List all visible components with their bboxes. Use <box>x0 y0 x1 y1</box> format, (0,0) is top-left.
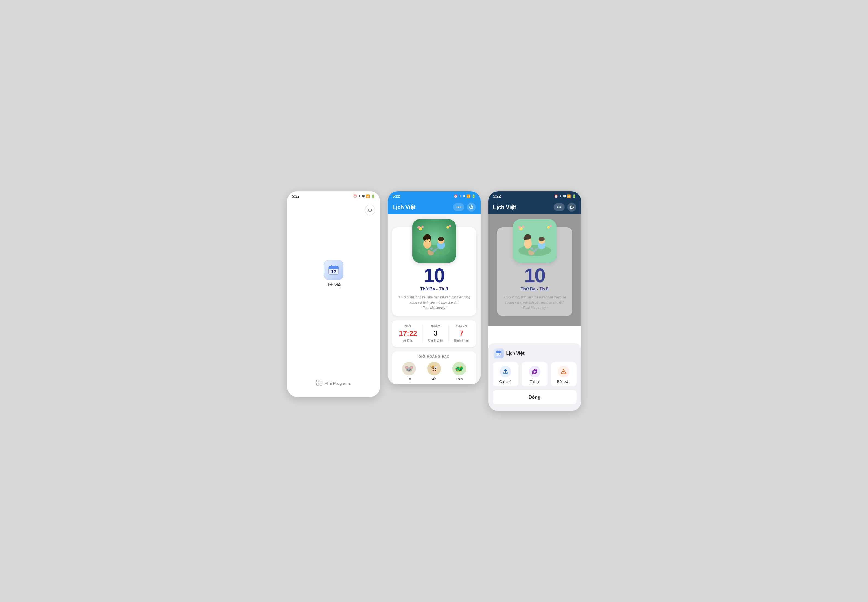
screen3-app-title: Lịch Việt <box>493 204 516 210</box>
screen1-launcher: 5:22 ⏰ ✦ ✻ 📶 🔋 ⏻ 12 <box>287 191 380 397</box>
action-sheet-app-icon: 12 <box>494 349 503 358</box>
screen2-status-bar: 5:22 ⏰ ✦ ✻ 📶 🔋 <box>388 191 481 200</box>
share-icon-container <box>500 366 511 377</box>
screen2-dots-button[interactable]: ••• <box>453 203 464 211</box>
day-label-lunar: NGÀY <box>431 325 440 328</box>
hour-value: 17:22 <box>399 329 417 338</box>
screen2-power-button[interactable]: ⏻ <box>467 203 475 212</box>
screen1-time: 5:22 <box>292 194 300 198</box>
bluetooth-icon3: ✻ <box>563 194 566 198</box>
game-image-screen3 <box>513 219 557 263</box>
suu-avatar: 🐮 <box>427 362 441 375</box>
day-value: 3 <box>434 329 437 338</box>
svg-point-33 <box>449 225 451 227</box>
battery-icon3: 🔋 <box>572 194 576 198</box>
svg-point-54 <box>549 225 552 227</box>
svg-point-21 <box>423 236 426 241</box>
thin-avatar: 🐲 <box>452 362 466 375</box>
warning-icon <box>561 369 567 375</box>
day-sub: Canh Dần <box>428 339 443 342</box>
ty-name: Tý <box>407 377 411 381</box>
battery-icon: 🔋 <box>371 194 375 198</box>
svg-point-52 <box>522 226 524 228</box>
alarm-icon: ⏰ <box>353 194 357 198</box>
app-icon-label: Lịch Việt <box>325 283 342 287</box>
svg-point-49 <box>528 250 531 253</box>
game-image-screen2 <box>412 219 456 263</box>
screen3-dots-button[interactable]: ••• <box>554 203 565 211</box>
screen3-header-actions: ••• ⏻ <box>554 203 576 212</box>
screen3-header: Lịch Việt ••• ⏻ <box>488 200 581 214</box>
screen3-body: 10 Thứ Ba - Th.8 "Cuối cùng, tình yêu mà… <box>488 214 581 411</box>
horoscope-row: 🐭 Tý 🐮 Sửu 🐲 Thìn <box>396 362 472 381</box>
svg-rect-2 <box>329 268 339 269</box>
screen2-app-title: Lịch Việt <box>393 204 416 210</box>
lunar-info-row: GIỜ 17:22 Ất Dậu NGÀY 3 Canh Dần THÁNG 7 <box>396 325 472 342</box>
month-sub: Bình Thân <box>454 339 469 342</box>
day-label-screen2: Thứ Ba - Th.8 <box>420 286 448 292</box>
month-col: THÁNG 7 Bình Thân <box>454 325 469 342</box>
svg-text:12: 12 <box>331 269 336 274</box>
mini-programs-section[interactable]: Mini Programs <box>316 379 351 387</box>
grid-icon <box>316 379 322 385</box>
svg-point-31 <box>422 226 424 228</box>
screen2-main: 5:22 ⏰ ✦ ✻ 📶 🔋 Lịch Việt ••• ⏻ <box>388 191 481 385</box>
dots-icon3: ••• <box>557 205 561 210</box>
svg-rect-8 <box>316 383 319 385</box>
lich-viet-icon[interactable]: 12 <box>324 260 344 280</box>
report-label: Báo xấu <box>557 379 570 384</box>
day-number-screen2: 10 <box>423 266 444 285</box>
power-button-screen1[interactable]: ⏻ <box>365 205 375 215</box>
svg-rect-6 <box>316 380 319 382</box>
svg-rect-9 <box>320 383 322 385</box>
screen2-header: Lịch Việt ••• ⏻ <box>388 200 481 214</box>
screen2-status-icons: ⏰ ✦ ✻ 📶 🔋 <box>454 194 475 198</box>
screen2-header-actions: ••• ⏻ <box>453 203 475 212</box>
share-icon <box>503 369 508 375</box>
lunar-info-screen2: GIỜ 17:22 Ất Dậu NGÀY 3 Canh Dần THÁNG 7 <box>392 320 476 347</box>
bluetooth-icon2: ✻ <box>463 194 465 198</box>
month-label: THÁNG <box>456 325 467 328</box>
screen3-overlay: 5:22 ⏰ ✦ ✻ 📶 🔋 Lịch Việt ••• ⏻ <box>488 191 581 411</box>
report-action-btn[interactable]: Báo xấu <box>551 362 577 386</box>
ty-avatar: 🐭 <box>402 362 416 375</box>
hour-col: GIỜ 17:22 Ất Dậu <box>399 325 417 342</box>
calendar-icon-svg: 12 <box>328 264 340 276</box>
wifi-icon2: 📶 <box>466 194 471 198</box>
screen3-status-icons: ⏰ ✦ ✻ 📶 🔋 <box>554 194 576 198</box>
reload-icon <box>532 369 538 375</box>
screen3-time: 5:22 <box>493 194 501 198</box>
game-scene-svg <box>412 219 456 263</box>
screen3-power-button[interactable]: ⏻ <box>567 203 576 212</box>
divider1 <box>422 325 423 342</box>
screen1-body: ⏻ 12 Lịch Việt <box>287 200 380 397</box>
svg-point-53 <box>547 226 550 229</box>
horoscope-section-screen2: GIỜ HOÀNG ĐẠO 🐭 Tý 🐮 Sửu 🐲 Thìn <box>392 352 476 384</box>
alarm-icon3: ⏰ <box>554 194 558 198</box>
quote-screen2: "Cuối cùng, tình yêu mà bạn nhận được sẽ… <box>396 295 472 311</box>
screen1-status-bar: 5:22 ⏰ ✦ ✻ 📶 🔋 <box>287 191 380 200</box>
svg-point-24 <box>438 237 444 241</box>
game-scene-svg3 <box>513 219 557 263</box>
svg-point-51 <box>518 226 521 229</box>
horoscope-title: GIỜ HOÀNG ĐẠO <box>396 355 472 359</box>
divider2 <box>448 325 449 342</box>
screen2-time: 5:22 <box>393 194 400 198</box>
share-label: Chia sẻ <box>499 379 511 384</box>
action-sheet-calendar-icon: 12 <box>495 350 502 356</box>
action-sheet: 12 Lịch Việt <box>488 344 581 411</box>
star-icon2: ✦ <box>459 194 462 198</box>
screen1-status-icons: ⏰ ✦ ✻ 📶 🔋 <box>353 194 375 198</box>
share-action-btn[interactable]: Chia sẻ <box>492 362 518 386</box>
quote-screen3: "Cuối cùng, tình yêu mà bạn nhận được sẽ… <box>501 295 568 311</box>
reload-action-btn[interactable]: Tải lại <box>521 362 547 386</box>
mini-programs-icon <box>316 379 322 387</box>
horoscope-ty: 🐭 Tý <box>402 362 416 381</box>
horoscope-thin: 🐲 Thìn <box>452 362 466 381</box>
reload-label: Tải lại <box>529 379 539 384</box>
action-buttons-row: Chia sẻ Tải lại <box>492 362 577 386</box>
thin-name: Thìn <box>455 377 463 381</box>
suu-name: Sửu <box>431 377 437 381</box>
close-button[interactable]: Đóng <box>492 390 577 404</box>
horoscope-suu: 🐮 Sửu <box>427 362 441 381</box>
